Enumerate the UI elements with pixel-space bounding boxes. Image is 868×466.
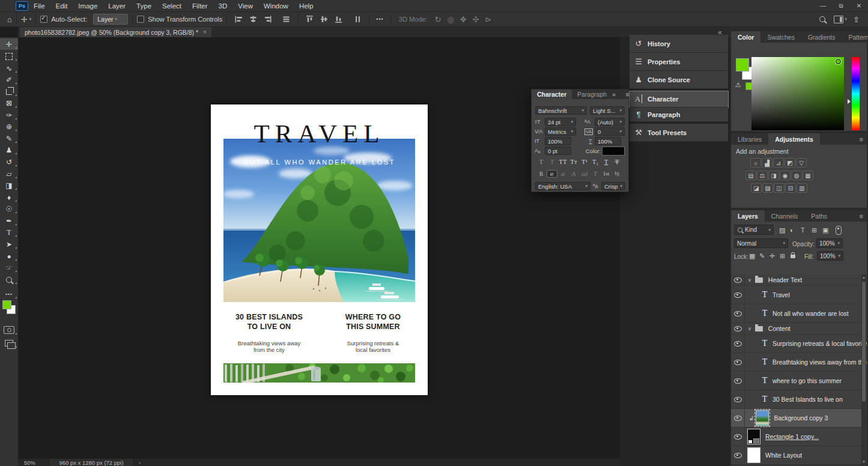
- lock-image-pixels-icon[interactable]: ✎: [759, 252, 765, 260]
- vertical-scale-field[interactable]: 100%: [545, 137, 571, 145]
- foreground-color-swatch[interactable]: [736, 58, 749, 71]
- home-icon[interactable]: ⌂: [7, 15, 12, 24]
- layer-row-travel[interactable]: T Travel: [731, 286, 863, 304]
- pen-tool[interactable]: ✒: [0, 215, 18, 226]
- object-selection-tool[interactable]: ✐: [0, 74, 18, 85]
- tab-paths[interactable]: Paths: [804, 210, 834, 222]
- small-caps-button[interactable]: Tᴛ: [569, 158, 578, 165]
- align-vertical-centers-icon[interactable]: [320, 15, 329, 23]
- workspace-icon[interactable]: [834, 16, 843, 23]
- visibility-toggle[interactable]: [731, 372, 745, 390]
- opacity-dropdown[interactable]: 100%▾: [816, 238, 843, 248]
- layer-row-white-layout[interactable]: White Layout: [731, 446, 863, 465]
- zoom-level[interactable]: 50%: [24, 459, 35, 466]
- channel-mixer-icon[interactable]: ◍: [791, 171, 802, 180]
- lock-position-icon[interactable]: ✛: [769, 252, 775, 260]
- font-size-dropdown[interactable]: 24 pt▾: [545, 118, 576, 126]
- menu-window[interactable]: Window: [258, 2, 294, 10]
- layer-row-not-all[interactable]: T Not all who wander are lost: [731, 304, 863, 323]
- lasso-tool[interactable]: ∿: [0, 62, 18, 74]
- blur-tool[interactable]: ♦: [0, 192, 18, 203]
- visibility-toggle[interactable]: [731, 353, 745, 371]
- lock-artboard-icon[interactable]: ⊞: [780, 252, 785, 260]
- exposure-icon[interactable]: ◩: [785, 158, 795, 168]
- menu-image[interactable]: Image: [73, 2, 103, 10]
- auto-select-checkbox[interactable]: [40, 16, 47, 23]
- tab-adjustments[interactable]: Adjustments: [768, 133, 820, 145]
- layer-row-surprising[interactable]: T Surprising retreats & local favorites: [731, 334, 863, 353]
- menu-3d[interactable]: 3D: [213, 2, 233, 10]
- titling-alternates-button[interactable]: T: [590, 171, 600, 177]
- photoshop-logo[interactable]: Ps: [16, 1, 28, 11]
- type-tool[interactable]: T: [0, 226, 18, 238]
- layer-row-30-best[interactable]: T 30 Best Islands to live on: [731, 390, 863, 409]
- filter-pixel-layers-icon[interactable]: ▨: [779, 226, 785, 234]
- all-caps-button[interactable]: TT: [558, 158, 568, 165]
- menu-layer[interactable]: Layer: [103, 2, 131, 10]
- gamut-warning-icon[interactable]: ⚠: [735, 81, 741, 89]
- zoom-tool[interactable]: [0, 274, 18, 285]
- align-right-edges-icon[interactable]: [263, 15, 272, 23]
- menu-file[interactable]: File: [28, 2, 50, 10]
- subscript-button[interactable]: T₁: [590, 158, 600, 165]
- shape-tool[interactable]: ●: [0, 250, 18, 262]
- hue-slider-marker[interactable]: [848, 99, 851, 104]
- menu-help[interactable]: Help: [294, 2, 319, 10]
- threshold-icon[interactable]: ◫: [774, 183, 785, 193]
- menu-view[interactable]: View: [232, 2, 258, 10]
- tab-libraries[interactable]: Libraries: [731, 133, 768, 145]
- ligatures-button[interactable]: fi: [536, 171, 546, 177]
- layer-thumbnail[interactable]: [747, 447, 760, 463]
- gradient-map-icon[interactable]: ⊟: [785, 183, 796, 193]
- language-dropdown[interactable]: English: USA▾: [535, 182, 590, 190]
- screen-mode-button[interactable]: [0, 337, 18, 349]
- filter-type-layers-icon[interactable]: T: [801, 226, 805, 234]
- layers-scrollbar[interactable]: ▴ ▾: [861, 274, 866, 465]
- healing-brush-tool[interactable]: ⊕: [0, 121, 18, 132]
- auto-select-target-dropdown[interactable]: Layer▾: [93, 14, 128, 25]
- tab-character[interactable]: Character: [532, 89, 572, 99]
- selective-color-icon[interactable]: ▥: [797, 183, 807, 193]
- layer-row-rectangle-1-copy[interactable]: Rectangle 1 copy...: [731, 428, 863, 446]
- quick-mask-button[interactable]: [0, 324, 18, 336]
- black-white-icon[interactable]: ◨: [768, 171, 779, 180]
- fractions-button[interactable]: ½: [612, 171, 622, 177]
- align-top-edges-icon[interactable]: [305, 15, 314, 23]
- color-lookup-icon[interactable]: ▦: [803, 171, 813, 180]
- move-tool[interactable]: ✛: [0, 38, 18, 50]
- status-expand-icon[interactable]: ›: [139, 459, 141, 466]
- group-expand-chevron[interactable]: ∨: [748, 277, 751, 283]
- tool-presets-panel-button[interactable]: ⚒ Tool Presets: [630, 124, 728, 142]
- menu-filter[interactable]: Filter: [187, 2, 213, 10]
- tab-channels[interactable]: Channels: [765, 210, 804, 222]
- distribute-horizontal-centers-icon[interactable]: [282, 15, 291, 23]
- visibility-toggle[interactable]: [731, 334, 745, 353]
- contextual-alternates-button[interactable]: ℮: [547, 171, 557, 177]
- crop-tool[interactable]: [0, 86, 18, 97]
- rectangular-marquee-tool[interactable]: [0, 50, 18, 62]
- align-horizontal-centers-icon[interactable]: [249, 15, 258, 23]
- color-balance-icon[interactable]: ⚖: [757, 171, 768, 180]
- move-tool-icon[interactable]: ✛: [21, 15, 28, 24]
- layer-filter-kind-dropdown[interactable]: Kind▾: [734, 225, 774, 235]
- chevron-down-icon[interactable]: ▾: [845, 17, 848, 22]
- scroll-up-icon[interactable]: ▴: [861, 275, 866, 280]
- faux-italic-button[interactable]: T: [547, 158, 557, 165]
- layer-thumbnail[interactable]: [756, 410, 769, 426]
- distribute-vertical-centers-icon[interactable]: [353, 15, 362, 23]
- blend-mode-dropdown[interactable]: Normal▾: [734, 238, 788, 248]
- hue-saturation-icon[interactable]: ▤: [745, 171, 756, 180]
- menu-type[interactable]: Type: [131, 2, 157, 10]
- clone-stamp-tool[interactable]: ♟: [0, 144, 18, 156]
- baseline-shift-field[interactable]: 0 pt: [545, 147, 571, 155]
- dodge-tool[interactable]: ☉: [0, 203, 18, 214]
- saturation-brightness-field[interactable]: [751, 57, 844, 130]
- menu-edit[interactable]: Edit: [50, 2, 73, 10]
- eyedropper-tool[interactable]: ✑: [0, 109, 18, 121]
- align-bottom-edges-icon[interactable]: [334, 15, 343, 23]
- levels-icon[interactable]: ▟: [762, 158, 772, 168]
- invert-icon[interactable]: ◪: [751, 183, 762, 193]
- visibility-toggle[interactable]: [731, 446, 745, 464]
- font-family-dropdown[interactable]: Bahnschrift▾: [535, 106, 587, 115]
- hand-tool[interactable]: ☞: [0, 262, 18, 273]
